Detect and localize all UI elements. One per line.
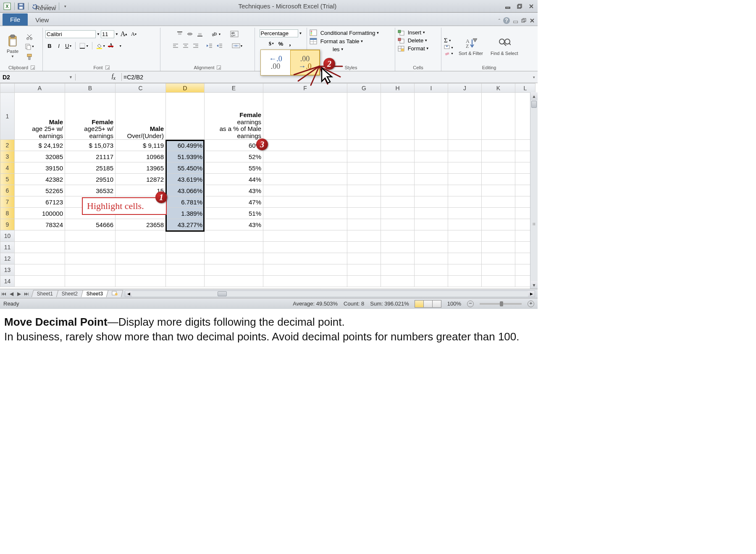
cell-B9[interactable]: 54666 [65, 219, 116, 230]
column-header-E[interactable]: E [205, 84, 263, 93]
font-name-combo[interactable] [45, 30, 96, 38]
cell-A6[interactable]: 52265 [15, 185, 65, 196]
cell-A11[interactable] [15, 242, 65, 253]
column-header-D[interactable]: D [166, 84, 205, 93]
column-header-I[interactable]: I [415, 84, 448, 93]
cell-G11[interactable] [347, 242, 381, 253]
cell-J3[interactable] [448, 151, 482, 162]
cell-H11[interactable] [381, 242, 415, 253]
cell-G3[interactable] [347, 151, 381, 162]
cell-F6[interactable] [263, 185, 347, 196]
cell-A3[interactable]: 32085 [15, 151, 65, 162]
first-sheet-button[interactable]: ⏮ [0, 291, 8, 297]
cell-H5[interactable] [381, 174, 415, 185]
cell-C12[interactable] [116, 253, 166, 264]
cell-H4[interactable] [381, 162, 415, 174]
italic-button[interactable]: I [55, 41, 63, 50]
cell-K10[interactable] [482, 230, 515, 242]
fx-icon[interactable]: fx [108, 73, 119, 81]
zoom-out-button[interactable]: − [467, 301, 474, 307]
row-header-10[interactable]: 10 [0, 230, 15, 242]
cell-A8[interactable]: 100000 [15, 208, 65, 219]
row-header-9[interactable]: 9 [0, 219, 15, 230]
cell-K3[interactable] [482, 151, 515, 162]
cell-B4[interactable]: 25185 [65, 162, 116, 174]
cell-B5[interactable]: 29510 [65, 174, 116, 185]
tab-view[interactable]: View [29, 14, 76, 26]
align-top-button[interactable] [175, 29, 184, 39]
cell-K2[interactable] [482, 140, 515, 151]
row-header-3[interactable]: 3 [0, 151, 15, 162]
fill-color-button[interactable]: ▼ [94, 41, 107, 50]
cell-D4[interactable]: 55.450% [166, 162, 205, 174]
zoom-level[interactable]: 100% [447, 301, 461, 307]
cell-J6[interactable] [448, 185, 482, 196]
cell-A5[interactable]: 42382 [15, 174, 65, 185]
comma-format-button[interactable]: , [286, 39, 294, 48]
cell-A14[interactable] [15, 276, 65, 287]
cell-G2[interactable] [347, 140, 381, 151]
cell-C3[interactable]: 10968 [116, 151, 166, 162]
cell-B10[interactable] [65, 230, 116, 242]
row-header-8[interactable]: 8 [0, 208, 15, 219]
format-cells-button[interactable]: Format ▼ [398, 45, 429, 52]
underline-button[interactable]: U ▼ [64, 41, 73, 50]
cell-G1[interactable] [347, 93, 381, 140]
cell-G10[interactable] [347, 230, 381, 242]
column-header-L[interactable]: L [515, 84, 536, 93]
cell-D9[interactable]: 43.277% [166, 219, 205, 230]
format-painter-button[interactable] [24, 52, 36, 61]
wb-minimize-button[interactable]: ▭ [513, 18, 518, 25]
cell-A7[interactable]: 67123 [15, 196, 65, 208]
cell-F2[interactable] [263, 140, 347, 151]
cell-B6[interactable]: 36532 [65, 185, 116, 196]
cell-D14[interactable] [166, 276, 205, 287]
borders-button[interactable]: ▼ [78, 41, 90, 50]
sheet-tab-sheet2[interactable]: Sheet2 [56, 290, 84, 297]
cell-F7[interactable] [263, 196, 347, 208]
cell-J9[interactable] [448, 219, 482, 230]
cell-H2[interactable] [381, 140, 415, 151]
cell-D10[interactable] [166, 230, 205, 242]
cell-G8[interactable] [347, 208, 381, 219]
cell-E1[interactable]: Femaleearningsas a % of Maleearnings [205, 93, 263, 140]
font-launcher[interactable] [105, 65, 110, 70]
percent-format-button[interactable]: % [277, 39, 285, 48]
cell-A2[interactable]: $ 24,192 [15, 140, 65, 151]
cell-D6[interactable]: 43.066% [166, 185, 205, 196]
cell-F4[interactable] [263, 162, 347, 174]
cell-B1[interactable]: Femaleage25+ w/earnings [65, 93, 116, 140]
cell-H13[interactable] [381, 264, 415, 276]
row-header-4[interactable]: 4 [0, 162, 15, 174]
select-all-button[interactable] [0, 84, 15, 93]
prev-sheet-button[interactable]: ◀ [8, 291, 15, 297]
cell-J10[interactable] [448, 230, 482, 242]
cell-A9[interactable]: 78324 [15, 219, 65, 230]
cell-I14[interactable] [415, 276, 448, 287]
page-break-view-button[interactable] [432, 300, 441, 308]
cell-E13[interactable] [205, 264, 263, 276]
cell-J11[interactable] [448, 242, 482, 253]
cell-I12[interactable] [415, 253, 448, 264]
paste-button[interactable]: Paste ▼ [3, 34, 22, 59]
cell-K13[interactable] [482, 264, 515, 276]
cell-I11[interactable] [415, 242, 448, 253]
row-header-12[interactable]: 12 [0, 253, 15, 264]
find-select-button[interactable]: Find & Select [488, 36, 520, 57]
cell-G4[interactable] [347, 162, 381, 174]
cell-K7[interactable] [482, 196, 515, 208]
cell-D11[interactable] [166, 242, 205, 253]
cell-A13[interactable] [15, 264, 65, 276]
cell-E3[interactable]: 52% [205, 151, 263, 162]
column-header-H[interactable]: H [381, 84, 415, 93]
orientation-button[interactable]: ab▼ [210, 29, 223, 39]
cell-A10[interactable] [15, 230, 65, 242]
cell-F3[interactable] [263, 151, 347, 162]
cell-H1[interactable] [381, 93, 415, 140]
cut-button[interactable] [24, 32, 36, 41]
fill-button[interactable]: ▼ [444, 45, 454, 50]
expand-formula-bar[interactable]: ▾ [530, 75, 538, 79]
cell-G14[interactable] [347, 276, 381, 287]
cell-D2[interactable]: 60.499% [166, 140, 205, 151]
row-header-13[interactable]: 13 [0, 264, 15, 276]
